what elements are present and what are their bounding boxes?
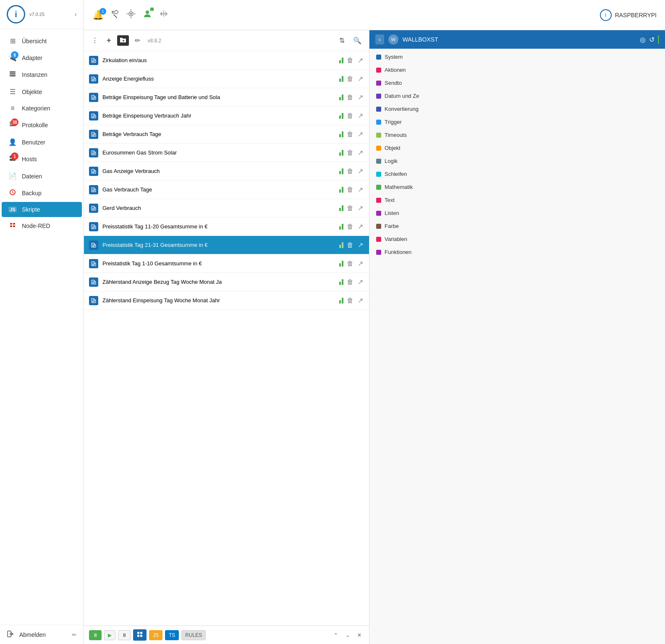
edit-icon[interactable]: ✏: [72, 631, 77, 638]
wrench-button[interactable]: [110, 9, 120, 21]
menu-button[interactable]: ⋮: [89, 35, 101, 46]
category-color-indicator: [376, 120, 381, 125]
block-category-item[interactable]: Variablen: [369, 233, 665, 246]
block-panel: ‹ W WALLBOXST ◎ ↺ System Aktionen Sendto…: [369, 30, 665, 644]
block-category-item[interactable]: Farbe: [369, 220, 665, 233]
open-icon[interactable]: ↗: [357, 222, 364, 231]
sidebar-item-node-red[interactable]: Node-RED: [2, 217, 82, 234]
sidebar-item-kategorien[interactable]: ≡ Kategorien: [2, 100, 82, 116]
sidebar-item-objekte[interactable]: ☰ Objekte: [2, 84, 82, 100]
script-list-item[interactable]: Gas Verbrauch Tage 🗑 ↗: [84, 181, 369, 199]
search-button[interactable]: 🔍: [351, 35, 364, 46]
script-list-item[interactable]: Zählerstand Anzeige Bezug Tag Woche Mona…: [84, 273, 369, 291]
delete-icon[interactable]: 🗑: [346, 93, 354, 102]
blockly-button[interactable]: [133, 629, 147, 641]
delete-icon[interactable]: 🗑: [346, 204, 354, 213]
block-category-item[interactable]: Listen: [369, 207, 665, 220]
script-list-item[interactable]: Preisstatistik Tag 21-31 Gesamtsumme in …: [84, 236, 369, 254]
abmelden-button[interactable]: Abmelden: [7, 630, 46, 639]
delete-icon[interactable]: 🗑: [346, 241, 354, 250]
open-icon[interactable]: ↗: [357, 129, 364, 139]
js-button[interactable]: JS: [149, 630, 162, 640]
delete-icon[interactable]: 🗑: [346, 130, 354, 139]
close-panel-button[interactable]: ✕: [355, 631, 364, 640]
refresh-button[interactable]: ↺: [649, 35, 655, 44]
play-button[interactable]: ▶: [104, 630, 115, 640]
open-icon[interactable]: ↗: [357, 148, 364, 157]
delete-icon[interactable]: 🗑: [346, 56, 354, 65]
block-category-item[interactable]: Objekt: [369, 141, 665, 154]
open-icon[interactable]: ↗: [357, 203, 364, 213]
block-category-item[interactable]: Mathematik: [369, 181, 665, 194]
block-category-item[interactable]: Konvertierung: [369, 102, 665, 115]
sort-button[interactable]: ⇅: [337, 35, 347, 46]
script-list-item[interactable]: Zählerstand Einspeisung Tag Woche Monat …: [84, 291, 369, 310]
block-category-item[interactable]: Trigger: [369, 115, 665, 128]
rules-button[interactable]: RULES: [181, 630, 206, 640]
script-list-item[interactable]: Gas Anzeige Verbrauch 🗑 ↗: [84, 162, 369, 181]
pause-button[interactable]: ⏸: [89, 630, 102, 640]
delete-icon[interactable]: 🗑: [346, 277, 354, 287]
script-list-item[interactable]: Preisstatistik Tag 11-20 Gesamtsumme in …: [84, 217, 369, 236]
open-icon[interactable]: ↗: [357, 277, 364, 287]
add-folder-button[interactable]: [117, 35, 129, 46]
delete-icon[interactable]: 🗑: [346, 111, 354, 120]
script-list-item[interactable]: Beträge Einspeisung Verbrauch Jahr 🗑 ↗: [84, 107, 369, 125]
sidebar-item-uebersicht[interactable]: ⊞ Übersicht: [2, 33, 82, 49]
sidebar-item-benutzer[interactable]: 👤 Benutzer: [2, 134, 82, 150]
block-category-item[interactable]: Funktionen: [369, 246, 665, 259]
delete-icon[interactable]: 🗑: [346, 296, 354, 305]
sidebar-item-dateien[interactable]: 📄 Dateien: [2, 168, 82, 184]
open-icon[interactable]: ↗: [357, 74, 364, 84]
sync-button[interactable]: [159, 9, 168, 21]
target-button[interactable]: ◎: [640, 35, 646, 44]
block-category-item[interactable]: Datum und Ze: [369, 89, 665, 102]
script-list-item[interactable]: Beträge Verbrauch Tage 🗑 ↗: [84, 125, 369, 144]
open-icon[interactable]: ↗: [357, 240, 364, 250]
open-icon[interactable]: ↗: [357, 55, 364, 65]
expand-button[interactable]: ⌃: [331, 631, 340, 640]
delete-icon[interactable]: 🗑: [346, 185, 354, 194]
user-button[interactable]: [142, 9, 152, 21]
block-category-item[interactable]: Logik: [369, 154, 665, 168]
delete-icon[interactable]: 🗑: [346, 148, 354, 157]
open-icon[interactable]: ↗: [357, 296, 364, 305]
block-category-item[interactable]: Schleifen: [369, 168, 665, 181]
delete-icon[interactable]: 🗑: [346, 74, 354, 84]
block-category-item[interactable]: Sendto: [369, 76, 665, 89]
open-icon[interactable]: ↗: [357, 259, 364, 268]
block-category-item[interactable]: Text: [369, 194, 665, 207]
add-script-button[interactable]: +: [104, 34, 114, 47]
sidebar-item-instanzen[interactable]: Instanzen: [2, 66, 82, 83]
script-list-item[interactable]: Preistatistik Tag 1-10 Gesamtsumme in € …: [84, 254, 369, 273]
sidebar-item-skripte[interactable]: JS Skripte: [2, 202, 82, 217]
block-category-item[interactable]: System: [369, 50, 665, 63]
block-category-item[interactable]: Aktionen: [369, 63, 665, 76]
sidebar-item-backup[interactable]: Backup: [2, 185, 82, 202]
script-actions: 🗑 ↗: [339, 111, 364, 120]
script-list-item[interactable]: Beträge Einspeisung Tage und Batterie un…: [84, 88, 369, 107]
collapse-script-button[interactable]: ⌄: [343, 631, 352, 640]
pause2-button[interactable]: ⏸: [118, 630, 131, 640]
block-category-item[interactable]: Timeouts: [369, 128, 665, 141]
back-button[interactable]: ‹: [375, 34, 384, 45]
script-list-item[interactable]: Gerd Verbrauch 🗑 ↗: [84, 199, 369, 217]
sidebar-item-adapter[interactable]: 8 🔌 Adapter: [2, 50, 82, 66]
open-icon[interactable]: ↗: [357, 185, 364, 194]
sidebar-item-hosts[interactable]: 1 Hosts: [2, 151, 82, 168]
script-list-item[interactable]: Anzeige Energiefluss 🗑 ↗: [84, 70, 369, 88]
sidebar-item-protokolle[interactable]: 38 Protokolle: [2, 117, 82, 134]
open-icon[interactable]: ↗: [357, 166, 364, 176]
open-icon[interactable]: ↗: [357, 111, 364, 120]
delete-icon[interactable]: 🗑: [346, 222, 354, 231]
script-list-item[interactable]: Eurosummen Gas Strom Solar 🗑 ↗: [84, 144, 369, 162]
notification-button[interactable]: 🔔 1: [92, 10, 104, 21]
theme-button[interactable]: [126, 9, 136, 21]
delete-icon[interactable]: 🗑: [346, 259, 354, 268]
edit-script-button[interactable]: ✏: [132, 35, 143, 46]
open-icon[interactable]: ↗: [357, 92, 364, 102]
ts-button[interactable]: TS: [165, 630, 179, 640]
collapse-button[interactable]: ‹: [75, 10, 77, 18]
delete-icon[interactable]: 🗑: [346, 167, 354, 176]
script-list-item[interactable]: Zirkulation ein/aus 🗑 ↗: [84, 51, 369, 70]
